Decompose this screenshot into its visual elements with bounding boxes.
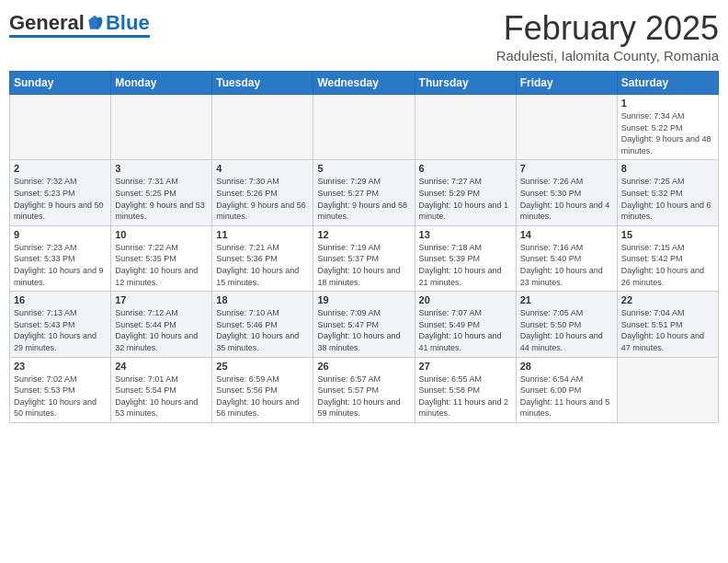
month-title: February 2025 (496, 9, 719, 48)
day-info: Sunrise: 7:15 AMSunset: 5:42 PMDaylight:… (621, 242, 714, 288)
calendar-row: 16Sunrise: 7:13 AMSunset: 5:43 PMDayligh… (10, 292, 719, 357)
calendar-cell: 27Sunrise: 6:55 AMSunset: 5:58 PMDayligh… (415, 357, 516, 422)
calendar-table: SundayMondayTuesdayWednesdayThursdayFrid… (9, 71, 719, 423)
calendar-cell: 13Sunrise: 7:18 AMSunset: 5:39 PMDayligh… (415, 225, 516, 291)
day-number: 28 (520, 361, 613, 372)
calendar-header-friday: Friday (516, 72, 617, 95)
calendar-header-tuesday: Tuesday (212, 72, 313, 95)
calendar-cell: 21Sunrise: 7:05 AMSunset: 5:50 PMDayligh… (516, 292, 617, 357)
day-number: 9 (14, 229, 107, 240)
logo: General Blue (9, 13, 150, 38)
calendar-cell (617, 357, 718, 422)
day-info: Sunrise: 6:54 AMSunset: 6:00 PMDaylight:… (520, 373, 613, 419)
calendar-cell (415, 95, 516, 160)
calendar-cell: 25Sunrise: 6:59 AMSunset: 5:56 PMDayligh… (212, 357, 313, 422)
day-number: 20 (419, 294, 512, 305)
calendar-row: 23Sunrise: 7:02 AMSunset: 5:53 PMDayligh… (10, 357, 719, 422)
day-number: 14 (520, 229, 613, 240)
day-info: Sunrise: 7:01 AMSunset: 5:54 PMDaylight:… (115, 373, 208, 419)
day-info: Sunrise: 7:32 AMSunset: 5:23 PMDaylight:… (14, 176, 107, 222)
day-number: 25 (216, 361, 309, 372)
calendar-header-saturday: Saturday (617, 72, 718, 95)
logo-general-text: General (9, 13, 85, 33)
page-header: General Blue February 2025 Radulesti, Ia… (9, 9, 719, 63)
day-number: 22 (621, 294, 714, 305)
calendar-cell (111, 95, 212, 160)
day-number: 12 (317, 229, 410, 240)
location-title: Radulesti, Ialomita County, Romania (496, 48, 719, 63)
calendar-cell: 1Sunrise: 7:34 AMSunset: 5:22 PMDaylight… (617, 95, 718, 160)
calendar-header-wednesday: Wednesday (313, 72, 415, 95)
day-number: 13 (419, 229, 512, 240)
day-info: Sunrise: 7:21 AMSunset: 5:36 PMDaylight:… (216, 242, 309, 288)
calendar-cell (516, 95, 617, 160)
day-info: Sunrise: 7:34 AMSunset: 5:22 PMDaylight:… (621, 110, 714, 156)
calendar-cell: 28Sunrise: 6:54 AMSunset: 6:00 PMDayligh… (516, 357, 617, 422)
day-number: 26 (317, 361, 410, 372)
calendar-header-row: SundayMondayTuesdayWednesdayThursdayFrid… (10, 72, 719, 95)
day-info: Sunrise: 7:05 AMSunset: 5:50 PMDaylight:… (520, 307, 613, 353)
day-info: Sunrise: 7:07 AMSunset: 5:49 PMDaylight:… (419, 307, 512, 353)
calendar-cell: 11Sunrise: 7:21 AMSunset: 5:36 PMDayligh… (212, 225, 313, 291)
day-number: 1 (621, 98, 714, 109)
calendar-cell: 10Sunrise: 7:22 AMSunset: 5:35 PMDayligh… (111, 225, 212, 291)
day-info: Sunrise: 7:13 AMSunset: 5:43 PMDaylight:… (14, 307, 107, 353)
day-info: Sunrise: 7:12 AMSunset: 5:44 PMDaylight:… (115, 307, 208, 353)
day-number: 6 (419, 163, 512, 174)
day-number: 3 (115, 163, 208, 174)
day-number: 2 (14, 163, 107, 174)
calendar-cell: 3Sunrise: 7:31 AMSunset: 5:25 PMDaylight… (111, 160, 212, 225)
calendar-cell: 19Sunrise: 7:09 AMSunset: 5:47 PMDayligh… (313, 292, 415, 357)
calendar-row: 2Sunrise: 7:32 AMSunset: 5:23 PMDaylight… (10, 160, 719, 225)
day-info: Sunrise: 7:27 AMSunset: 5:29 PMDaylight:… (419, 176, 512, 222)
calendar-cell: 12Sunrise: 7:19 AMSunset: 5:37 PMDayligh… (313, 225, 415, 291)
calendar-cell: 4Sunrise: 7:30 AMSunset: 5:26 PMDaylight… (212, 160, 313, 225)
day-info: Sunrise: 7:09 AMSunset: 5:47 PMDaylight:… (317, 307, 410, 353)
day-number: 23 (14, 361, 107, 372)
calendar-header-thursday: Thursday (415, 72, 516, 95)
day-info: Sunrise: 7:04 AMSunset: 5:51 PMDaylight:… (621, 307, 714, 353)
calendar-cell: 24Sunrise: 7:01 AMSunset: 5:54 PMDayligh… (111, 357, 212, 422)
day-number: 24 (115, 361, 208, 372)
logo-underline (9, 35, 150, 38)
day-info: Sunrise: 7:16 AMSunset: 5:40 PMDaylight:… (520, 242, 613, 288)
day-number: 27 (419, 361, 512, 372)
logo-blue-text: Blue (106, 13, 150, 33)
day-info: Sunrise: 7:25 AMSunset: 5:32 PMDaylight:… (621, 176, 714, 222)
calendar-cell: 14Sunrise: 7:16 AMSunset: 5:40 PMDayligh… (516, 225, 617, 291)
day-info: Sunrise: 7:29 AMSunset: 5:27 PMDaylight:… (317, 176, 410, 222)
calendar-cell (10, 95, 111, 160)
calendar-header-sunday: Sunday (10, 72, 111, 95)
day-info: Sunrise: 7:23 AMSunset: 5:33 PMDaylight:… (14, 242, 107, 288)
day-info: Sunrise: 7:22 AMSunset: 5:35 PMDaylight:… (115, 242, 208, 288)
calendar-cell: 7Sunrise: 7:26 AMSunset: 5:30 PMDaylight… (516, 160, 617, 225)
calendar-cell: 22Sunrise: 7:04 AMSunset: 5:51 PMDayligh… (617, 292, 718, 357)
day-number: 19 (317, 294, 410, 305)
day-info: Sunrise: 7:31 AMSunset: 5:25 PMDaylight:… (115, 176, 208, 222)
calendar-cell: 18Sunrise: 7:10 AMSunset: 5:46 PMDayligh… (212, 292, 313, 357)
day-info: Sunrise: 7:02 AMSunset: 5:53 PMDaylight:… (14, 373, 107, 419)
day-number: 10 (115, 229, 208, 240)
day-number: 15 (621, 229, 714, 240)
calendar-cell: 9Sunrise: 7:23 AMSunset: 5:33 PMDaylight… (10, 225, 111, 291)
calendar-cell (212, 95, 313, 160)
day-info: Sunrise: 7:18 AMSunset: 5:39 PMDaylight:… (419, 242, 512, 288)
day-number: 5 (317, 163, 410, 174)
calendar-cell (313, 95, 415, 160)
day-info: Sunrise: 7:26 AMSunset: 5:30 PMDaylight:… (520, 176, 613, 222)
day-number: 4 (216, 163, 309, 174)
day-number: 16 (14, 294, 107, 305)
calendar-row: 9Sunrise: 7:23 AMSunset: 5:33 PMDaylight… (10, 225, 719, 291)
calendar-cell: 8Sunrise: 7:25 AMSunset: 5:32 PMDaylight… (617, 160, 718, 225)
day-info: Sunrise: 7:30 AMSunset: 5:26 PMDaylight:… (216, 176, 309, 222)
day-info: Sunrise: 6:57 AMSunset: 5:57 PMDaylight:… (317, 373, 410, 419)
calendar-cell: 17Sunrise: 7:12 AMSunset: 5:44 PMDayligh… (111, 292, 212, 357)
day-number: 21 (520, 294, 613, 305)
day-info: Sunrise: 7:19 AMSunset: 5:37 PMDaylight:… (317, 242, 410, 288)
calendar-cell: 23Sunrise: 7:02 AMSunset: 5:53 PMDayligh… (10, 357, 111, 422)
day-number: 11 (216, 229, 309, 240)
calendar-row: 1Sunrise: 7:34 AMSunset: 5:22 PMDaylight… (10, 95, 719, 160)
calendar-cell: 5Sunrise: 7:29 AMSunset: 5:27 PMDaylight… (313, 160, 415, 225)
calendar-cell: 6Sunrise: 7:27 AMSunset: 5:29 PMDaylight… (415, 160, 516, 225)
day-info: Sunrise: 6:55 AMSunset: 5:58 PMDaylight:… (419, 373, 512, 419)
